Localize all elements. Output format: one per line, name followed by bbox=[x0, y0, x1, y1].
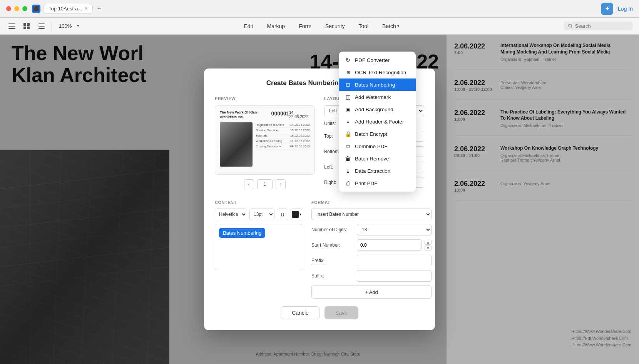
add-watermark-icon: ◫ bbox=[345, 94, 351, 100]
form-menu[interactable]: Form bbox=[296, 22, 314, 31]
spin-down-button[interactable]: ▼ bbox=[425, 245, 432, 250]
tab-area: Top 10Austra... ✕ + bbox=[43, 4, 104, 13]
dropdown-bates-numbering[interactable]: ⊡ Bates Numbering bbox=[339, 78, 416, 91]
grid-view-button[interactable] bbox=[21, 20, 32, 32]
bates-numbering-icon: ⊡ bbox=[345, 82, 351, 88]
new-tab-button[interactable]: + bbox=[94, 4, 104, 13]
prev-page-button[interactable]: ‹ bbox=[244, 179, 254, 189]
preview-row-1: Sharing Session 15.22.06.2022 bbox=[256, 128, 310, 133]
minimize-window-button[interactable] bbox=[14, 6, 19, 11]
svg-rect-3 bbox=[23, 23, 26, 26]
svg-rect-9 bbox=[39, 26, 45, 27]
security-menu[interactable]: Security bbox=[322, 22, 348, 31]
digits-select[interactable]: 13 bbox=[357, 224, 432, 235]
tool-menu[interactable]: Tool bbox=[355, 22, 371, 31]
svg-line-14 bbox=[571, 27, 572, 28]
batch-menu[interactable]: Batch ▾ bbox=[379, 22, 402, 31]
content-area[interactable]: Bates Numbering bbox=[215, 224, 302, 270]
preview-box: The New Work Of Klan Architects Inc. 000… bbox=[215, 105, 315, 175]
start-label: Start Number: bbox=[311, 242, 354, 248]
preview-row-2: Tutorials 18.22.06.2022 bbox=[256, 133, 310, 139]
preview-table: Registration to Event 14.23.06.2022 Shar… bbox=[256, 122, 310, 167]
batch-remove-icon: 🗑 bbox=[345, 155, 351, 162]
toolbar-menu: Edit Markup Form Security Tool Batch ▾ bbox=[82, 22, 560, 31]
start-number-spinner[interactable]: ▲ ▼ bbox=[425, 240, 432, 250]
add-button[interactable]: + Add bbox=[311, 286, 432, 299]
zoom-selector[interactable]: 100% bbox=[57, 22, 74, 30]
dropdown-ocr[interactable]: ⊞ OCR Text Recognition bbox=[339, 66, 416, 78]
start-number-row: Start Number: ▲ ▼ bbox=[311, 239, 432, 251]
sidebar-toggle-button[interactable] bbox=[6, 20, 18, 32]
svg-rect-7 bbox=[39, 23, 45, 24]
preview-date: 14-22.06.2022 bbox=[289, 110, 310, 119]
dropdown-batch-remove[interactable]: 🗑 Batch Remove bbox=[339, 152, 416, 165]
dropdown-data-extraction[interactable]: ⤓ Data Extraction bbox=[339, 165, 416, 177]
svg-rect-10 bbox=[38, 26, 38, 27]
preview-header: The New Work Of Klan Architects Inc. 000… bbox=[220, 110, 310, 119]
modal-buttons: Cancle Save bbox=[215, 306, 424, 319]
bates-numbering-tag[interactable]: Bates Numbering bbox=[219, 228, 265, 238]
color-dropdown-arrow: ▾ bbox=[299, 212, 301, 216]
close-window-button[interactable] bbox=[6, 6, 11, 11]
main-content: The New Worl Klan Architect bbox=[0, 35, 639, 364]
dropdown-add-watermark[interactable]: ◫ Add Watermark bbox=[339, 91, 416, 103]
separator bbox=[52, 22, 52, 31]
start-number-input[interactable] bbox=[357, 239, 422, 251]
font-family-select[interactable]: Helvetica bbox=[215, 209, 247, 220]
preview-bates-number: 000001 bbox=[271, 110, 289, 117]
batch-menu-arrow: ▾ bbox=[397, 24, 399, 28]
prefix-input[interactable] bbox=[357, 255, 432, 266]
suffix-label: Suffix: bbox=[311, 273, 354, 279]
dropdown-batch-encrypt[interactable]: 🔒 Batch Encrypt bbox=[339, 128, 416, 140]
zoom-arrow: ▾ bbox=[77, 23, 79, 28]
tab-close-icon[interactable]: ✕ bbox=[84, 6, 88, 11]
spin-up-button[interactable]: ▲ bbox=[425, 240, 432, 245]
add-background-icon: ▣ bbox=[345, 106, 351, 112]
svg-rect-8 bbox=[38, 23, 38, 24]
color-picker-button[interactable]: ▾ bbox=[291, 209, 302, 220]
toolbar: 100% ▾ Edit Markup Form Security Tool Ba… bbox=[0, 18, 639, 35]
suffix-input[interactable] bbox=[357, 270, 432, 282]
preview-row-4: Closing Ceremony 08.22.06.2022 bbox=[256, 144, 310, 149]
svg-rect-2 bbox=[8, 28, 15, 29]
list-view-button[interactable] bbox=[35, 20, 47, 32]
prefix-label: Prefix: bbox=[311, 258, 354, 263]
save-button[interactable]: Save bbox=[325, 306, 358, 319]
prefix-row: Prefix: bbox=[311, 255, 432, 266]
add-header-footer-icon: ≡ bbox=[345, 119, 351, 125]
svg-rect-12 bbox=[38, 28, 38, 29]
print-pdf-icon: ⎙ bbox=[345, 180, 351, 186]
svg-rect-6 bbox=[27, 27, 30, 29]
svg-point-13 bbox=[569, 24, 572, 27]
preview-section: PREVIEW The New Work Of Klan Architects … bbox=[215, 96, 315, 192]
cancel-button[interactable]: Cancle bbox=[281, 306, 320, 319]
dropdown-add-header-footer[interactable]: ≡ Add Header & Footer bbox=[339, 115, 416, 128]
toolbar-left: 100% ▾ bbox=[6, 20, 79, 32]
preview-content: Registration to Event 14.23.06.2022 Shar… bbox=[220, 122, 310, 167]
dropdown-combine-pdf[interactable]: ⧉ Combine PDF bbox=[339, 140, 416, 152]
dropdown-add-background[interactable]: ▣ Add Background bbox=[339, 103, 416, 115]
login-button[interactable]: Log In bbox=[618, 6, 633, 12]
edit-menu[interactable]: Edit bbox=[241, 22, 256, 31]
svg-rect-4 bbox=[27, 23, 30, 26]
color-swatch bbox=[292, 211, 299, 218]
next-page-button[interactable]: › bbox=[276, 179, 286, 189]
page-number: 1 bbox=[257, 179, 273, 189]
content-section: CONTENT Helvetica 13pt U ▾ bbox=[215, 200, 302, 299]
underline-button[interactable]: U bbox=[277, 209, 288, 220]
dropdown-pdf-converter[interactable]: ↻ PDF Converter bbox=[339, 54, 416, 66]
dropdown-print-pdf[interactable]: ⎙ Print PDF bbox=[339, 177, 416, 189]
titlebar-right: ✦ Log In bbox=[601, 3, 633, 15]
font-size-select[interactable]: 13pt bbox=[249, 209, 274, 220]
digits-row: Number of Digits: 13 bbox=[311, 224, 432, 235]
insert-bates-select[interactable]: Insert Bates Number bbox=[311, 209, 432, 220]
batch-dropdown: ↻ PDF Converter ⊞ OCR Text Recognition ⊡… bbox=[339, 52, 416, 192]
preview-company: The New Work Of Klan Architects Inc. bbox=[220, 110, 271, 119]
pagination: ‹ 1 › bbox=[215, 179, 315, 189]
active-tab[interactable]: Top 10Austra... ✕ bbox=[43, 4, 93, 13]
data-extraction-icon: ⤓ bbox=[345, 168, 351, 174]
fullscreen-window-button[interactable] bbox=[22, 6, 27, 11]
svg-rect-0 bbox=[8, 23, 15, 24]
markup-menu[interactable]: Markup bbox=[264, 22, 288, 31]
search-input[interactable] bbox=[575, 23, 628, 29]
